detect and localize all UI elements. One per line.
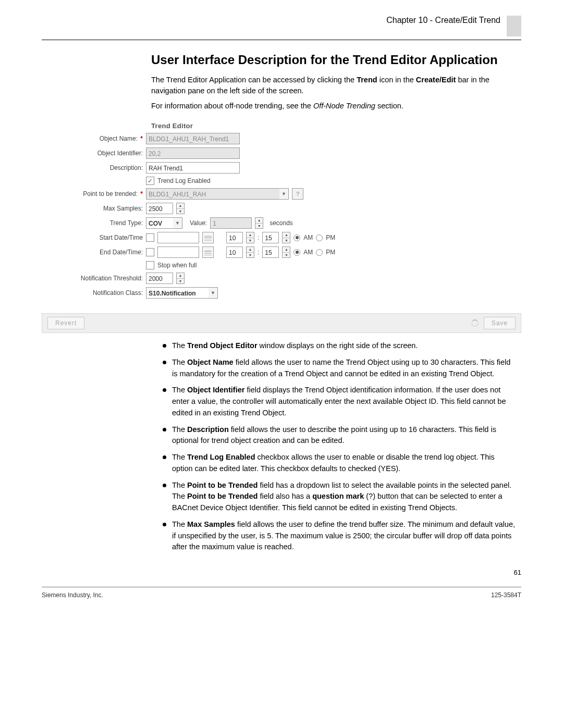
- text: The: [172, 341, 187, 350]
- intro-para-2: For information about off-node trending,…: [151, 101, 516, 112]
- list-item: The Trend Log Enabled checkbox allows th…: [163, 452, 516, 475]
- seconds-label: seconds: [270, 219, 293, 227]
- help-button[interactable]: ?: [292, 188, 303, 200]
- end-am-radio[interactable]: [293, 249, 300, 256]
- text: The Trend Editor Application can be acce…: [151, 76, 357, 84]
- footer-docnum: 125-3584T: [491, 591, 521, 599]
- notif-threshold-spinner[interactable]: ▲▼: [176, 273, 185, 284]
- object-name-input[interactable]: BLDG1_AHU1_RAH_Trend1: [146, 133, 240, 144]
- stop-when-full-label: Stop when full: [157, 262, 197, 269]
- text-bold: question mark: [312, 492, 364, 500]
- text: section.: [375, 102, 403, 110]
- text: The: [172, 425, 187, 434]
- calendar-icon[interactable]: [202, 246, 214, 258]
- end-enable-checkbox[interactable]: [146, 248, 154, 256]
- text: window displays on the right side of the…: [258, 341, 418, 350]
- end-pm-radio[interactable]: [316, 249, 323, 256]
- start-pm-radio[interactable]: [316, 235, 323, 241]
- max-samples-label: Max Samples:: [42, 205, 146, 212]
- revert-button[interactable]: Revert: [47, 317, 84, 329]
- intro-para-1: The Trend Editor Application can be acce…: [151, 75, 516, 96]
- text: The: [172, 453, 187, 461]
- editor-title: Trend Editor: [151, 122, 521, 130]
- end-date-label: End Date/Time:: [42, 249, 146, 256]
- text: For information about off-node trending,…: [151, 102, 313, 110]
- text-italic: Off-Node Trending: [313, 102, 375, 110]
- start-enable-checkbox[interactable]: [146, 233, 154, 242]
- end-hour-input[interactable]: 10: [226, 246, 243, 258]
- text: The: [172, 386, 187, 394]
- start-hour-input[interactable]: 10: [226, 232, 243, 243]
- max-samples-spinner[interactable]: ▲▼: [176, 203, 185, 214]
- notif-threshold-label: Notification Threshold:: [42, 275, 146, 282]
- text-bold: Object Identifier: [187, 386, 244, 394]
- object-name-label: Object Name:: [100, 135, 138, 142]
- value-input[interactable]: 1: [210, 217, 252, 229]
- start-am-radio[interactable]: [293, 235, 300, 241]
- list-item: The Object Identifier field displays the…: [163, 385, 516, 418]
- list-item: The Trend Object Editor window displays …: [163, 340, 516, 352]
- text-bold: Point to be Trended: [187, 492, 258, 500]
- start-minute-spinner[interactable]: ▲▼: [282, 232, 290, 243]
- trend-log-enabled-label: Trend Log Enabled: [157, 177, 211, 184]
- text: field also has a: [258, 492, 312, 500]
- header-decor: [507, 16, 521, 36]
- page-number: 61: [42, 569, 521, 576]
- start-date-input[interactable]: [157, 232, 199, 243]
- time-colon: :: [258, 249, 259, 256]
- chevron-down-icon[interactable]: ▼: [209, 287, 218, 299]
- text-bold: Trend: [357, 76, 377, 84]
- text-bold: Trend Log Enabled: [187, 453, 255, 461]
- max-samples-input[interactable]: 2500: [146, 203, 173, 214]
- text: The: [172, 358, 187, 366]
- description-input[interactable]: RAH Trend1: [146, 162, 240, 174]
- chevron-down-icon[interactable]: ▼: [173, 217, 182, 229]
- list-item: The Point to be Trended field has a drop…: [163, 480, 516, 514]
- pm-label: PM: [326, 234, 335, 241]
- trend-type-select[interactable]: COV: [146, 217, 173, 229]
- calendar-icon[interactable]: [202, 232, 214, 243]
- chevron-down-icon[interactable]: ▼: [279, 188, 289, 200]
- value-label: Value:: [190, 219, 207, 227]
- text: icon in the: [377, 76, 416, 84]
- description-label: Description:: [42, 164, 146, 171]
- save-button[interactable]: Save: [484, 317, 516, 329]
- time-colon: :: [258, 234, 259, 241]
- end-minute-input[interactable]: 15: [262, 246, 279, 258]
- text-bold: Create/Edit: [416, 76, 456, 84]
- text-bold: Object Name: [187, 358, 234, 366]
- pm-label: PM: [326, 249, 335, 256]
- value-spinner[interactable]: ▲▼: [255, 217, 263, 229]
- list-item: The Description field allows the user to…: [163, 424, 516, 447]
- notif-threshold-input[interactable]: 2000: [146, 273, 173, 284]
- am-label: AM: [303, 234, 313, 241]
- point-label: Point to be trended:: [83, 190, 138, 198]
- point-select[interactable]: BLDG1_AHU1_RAH: [146, 188, 279, 200]
- notif-class-select[interactable]: S10.Notification: [146, 287, 209, 299]
- text-bold: Trend Object Editor: [187, 341, 258, 350]
- footer-company: Siemens Industry, Inc.: [42, 591, 103, 599]
- text: The: [172, 481, 187, 489]
- end-date-input[interactable]: [157, 246, 199, 258]
- list-item: The Object Name field allows the user to…: [163, 357, 516, 380]
- text-bold: Description: [187, 425, 229, 434]
- required-mark: *: [140, 135, 143, 142]
- stop-when-full-checkbox[interactable]: [146, 261, 154, 269]
- text-bold: Point to be Trended: [187, 481, 258, 489]
- object-id-label: Object Identifier:: [42, 150, 146, 157]
- text-bold: Max Samples: [187, 520, 235, 528]
- list-item: The Max Samples field allows the user to…: [163, 519, 516, 553]
- section-title: User Interface Description for the Trend…: [151, 53, 516, 67]
- start-date-label: Start Date/Time: [42, 234, 146, 241]
- chapter-subtitle: Trend: [479, 16, 500, 24]
- notif-class-label: Notification Class:: [42, 289, 146, 297]
- end-minute-spinner[interactable]: ▲▼: [282, 246, 290, 258]
- trend-type-label: Trend Type:: [42, 219, 146, 227]
- start-hour-spinner[interactable]: ▲▼: [246, 232, 254, 243]
- am-label: AM: [303, 249, 313, 256]
- trend-log-enabled-checkbox[interactable]: [146, 177, 154, 185]
- loading-icon: [471, 319, 479, 327]
- end-hour-spinner[interactable]: ▲▼: [246, 246, 254, 258]
- object-id-input[interactable]: 20,2: [146, 147, 240, 159]
- start-minute-input[interactable]: 15: [262, 232, 279, 243]
